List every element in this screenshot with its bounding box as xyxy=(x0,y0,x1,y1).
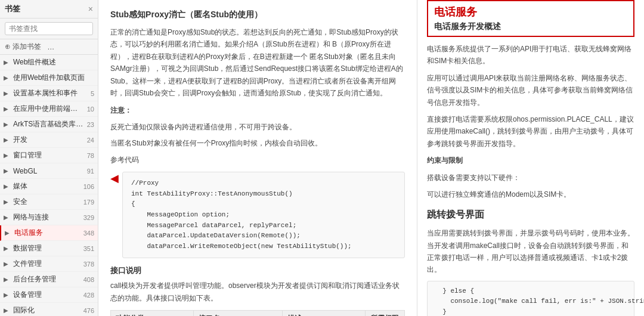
sidebar-item-label: 开发 xyxy=(13,135,85,145)
sidebar-item-label: 文件管理 xyxy=(13,259,81,269)
main-content: Stub感知Proxy消亡（匿名Stub的使用） 正常的消亡通知是Proxy感知… xyxy=(98,0,644,316)
sidebar-item-label: 设置基本属性和事件 xyxy=(13,88,88,98)
sidebar-item-task-mgmt[interactable]: ▶后台任务管理408 xyxy=(0,272,98,287)
sidebar-item-icon: ▶ xyxy=(4,59,11,66)
sidebar-item-count: 428 xyxy=(83,292,94,299)
sidebar-item-count: 91 xyxy=(87,168,94,175)
right-code-block: } else { console.log("make call fail, er… xyxy=(427,281,634,316)
right-intro3: 直接拨打电话需要系统权限ohos.permission.PLACE_CALL，建… xyxy=(427,113,634,150)
sidebar-item-count: 10 xyxy=(87,106,94,113)
page-main-title: 电话服务 xyxy=(434,5,627,19)
sidebar-header: 书签 × xyxy=(0,0,98,18)
sidebar-item-icon: ▶ xyxy=(4,276,11,283)
sidebar-item-network[interactable]: ▶网络与连接329 xyxy=(0,210,98,225)
ref-label: 参考代码 xyxy=(110,154,405,166)
sidebar-item-label: 安全 xyxy=(13,197,81,207)
sidebar-item-data-mgmt[interactable]: ▶数据管理351 xyxy=(0,241,98,256)
sidebar-item-label: 使用Web组件加载页面 xyxy=(13,73,94,83)
sidebar-item-count: 476 xyxy=(83,307,94,314)
sidebar-item-label: 电话服务 xyxy=(14,228,81,238)
sidebar-item-icon: ▶ xyxy=(4,307,11,314)
sidebar-search-area xyxy=(0,18,98,39)
sidebar-item-web-overview[interactable]: ▶Web组件概述 xyxy=(0,55,98,70)
sidebar-item-i18n[interactable]: ▶国际化476 xyxy=(0,303,98,316)
sidebar-item-device-mgmt[interactable]: ▶设备管理428 xyxy=(0,287,98,303)
sidebar-item-count: 329 xyxy=(83,214,94,221)
sidebar-item-js-inapp[interactable]: ▶在应用中使用前端页面JavaSc ript10 xyxy=(0,101,98,117)
sidebar-item-label: 在应用中使用前端页面JavaSc ript xyxy=(13,104,85,114)
jump-section-title: 跳转拨号界面 xyxy=(427,209,634,224)
sidebar-item-label: 后台任务管理 xyxy=(13,274,81,284)
sidebar-item-media[interactable]: ▶媒体106 xyxy=(0,179,98,194)
sidebar-item-label: ArkTS语言基础类库概述 xyxy=(13,119,85,129)
sidebar-item-icon: ▶ xyxy=(4,106,11,112)
sidebar-item-icon: ▶ xyxy=(4,75,11,81)
sidebar-item-webgl[interactable]: ▶WebGL91 xyxy=(0,163,98,179)
sidebar-item-count: 351 xyxy=(83,245,94,252)
jump-desc1: 当应用需要跳转到拨号界面，并显示拨号码号码时，使用本业务。当开发者调用makeC… xyxy=(427,227,634,276)
note-label-text: 注意： xyxy=(110,106,132,114)
sidebar: 书签 × ⊕ 添加书签 … ▶Web组件概述▶使用Web组件加载页面▶设置基本属… xyxy=(0,0,98,316)
sidebar-item-file-mgmt[interactable]: ▶文件管理378 xyxy=(0,256,98,272)
sidebar-item-label: 设备管理 xyxy=(13,290,81,300)
note-label: 注意： xyxy=(110,105,405,116)
sidebar-item-icon: ▶ xyxy=(4,152,11,159)
sidebar-item-count: 106 xyxy=(83,183,94,190)
sidebar-item-icon: ▶ xyxy=(4,214,11,221)
constraint-detail: 可以进行独立蜂窝通信的Modem以及SIM卡。 xyxy=(427,188,634,200)
sidebar-list: ▶Web组件概述▶使用Web组件加载页面▶设置基本属性和事件5▶在应用中使用前端… xyxy=(0,55,98,316)
sidebar-item-window[interactable]: ▶窗口管理78 xyxy=(0,148,98,163)
add-bookmark-button[interactable]: ⊕ 添加书签 xyxy=(5,42,41,52)
sidebar-item-count: 24 xyxy=(87,137,94,144)
sidebar-item-label: 媒体 xyxy=(13,181,81,191)
sidebar-item-count: 408 xyxy=(83,276,94,283)
sidebar-item-icon: ▶ xyxy=(4,90,11,97)
sidebar-actions: ⊕ 添加书签 … xyxy=(0,39,98,55)
sidebar-item-label: 国际化 xyxy=(13,305,81,315)
note1-text: 反死亡通知仅限设备内跨进程通信使用，不可用于跨设备。 xyxy=(110,122,405,133)
sidebar-item-icon: ▶ xyxy=(4,183,11,190)
sidebar-close-button[interactable]: × xyxy=(88,4,93,14)
sidebar-item-icon: ▶ xyxy=(4,168,11,174)
code-arrow-area: ◀ //Proxy int TestAbilityProxy::TestAnon… xyxy=(110,172,405,258)
sidebar-item-label: Web组件概述 xyxy=(13,57,94,67)
content-left-panel: Stub感知Proxy消亡（匿名Stub的使用） 正常的消亡通知是Proxy感知… xyxy=(98,0,417,316)
sidebar-item-icon: ▶ xyxy=(4,261,11,267)
sidebar-item-count: 179 xyxy=(83,199,94,206)
api-table: 功能分类 接口名 描述 所需权限 能力获取call.hasVoiceCapabi… xyxy=(110,310,405,316)
sidebar-item-phone[interactable]: ▶电话服务348 xyxy=(0,225,98,241)
stub-para1: 正常的消亡通知是Proxy感知Stub的状态。若想达到反向的死亡通知，即Stub… xyxy=(110,26,405,99)
sidebar-item-icon: ▶ xyxy=(4,292,11,298)
note2-text: 当匿名Stub对象没有被任何一个Proxy指向时候，内核会自动回收。 xyxy=(110,138,405,149)
sidebar-item-count: 23 xyxy=(87,121,94,128)
sidebar-item-count: 78 xyxy=(87,152,94,159)
sidebar-item-icon: ▶ xyxy=(5,230,12,236)
sidebar-item-ark-ts[interactable]: ▶ArkTS语言基础类库概述23 xyxy=(0,117,98,132)
right-intro1: 电话服务系统提供了一系列的API用于打电话、获取无线蜂窝网络和SIM卡相关信息。 xyxy=(427,43,634,67)
page-title-box: 电话服务 电话服务开发概述 xyxy=(427,0,634,37)
sidebar-item-label: 窗口管理 xyxy=(13,150,85,160)
table-header-category: 功能分类 xyxy=(111,311,194,316)
right-intro2: 应用可以通过调用API来获取当前注册网络名称、网络服务状态、信号强度以及SIM卡… xyxy=(427,72,634,109)
code-block: //Proxy int TestAbilityProxy::TestAnonym… xyxy=(122,172,405,258)
constraint-title: 约束与限制 xyxy=(427,154,634,166)
api-section-title: 接口说明 xyxy=(110,265,405,276)
page-subtitle: 电话服务开发概述 xyxy=(434,21,627,32)
api-desc-text: call模块为开发者提供呼叫管理功能。observer模块为开发者提供订阅和取消… xyxy=(110,280,405,304)
sidebar-item-security[interactable]: ▶安全179 xyxy=(0,194,98,210)
sidebar-item-count: 378 xyxy=(83,261,94,268)
table-header-api: 接口名 xyxy=(193,311,283,316)
sidebar-item-icon: ▶ xyxy=(4,245,11,252)
sidebar-search-input[interactable] xyxy=(5,22,93,35)
sidebar-item-count: 348 xyxy=(83,230,94,237)
sidebar-item-icon: ▶ xyxy=(4,199,11,205)
sidebar-item-config-basic[interactable]: ▶设置基本属性和事件5 xyxy=(0,86,98,101)
red-arrow-icon: ◀ xyxy=(110,172,119,185)
sidebar-item-label: 数据管理 xyxy=(13,243,81,253)
sidebar-item-dev[interactable]: ▶开发24 xyxy=(0,132,98,148)
table-header-permission: 所需权限 xyxy=(366,311,405,316)
constraint-text: 搭载设备需要支持以下硬件： xyxy=(427,172,634,184)
table-header-desc: 描述 xyxy=(283,311,366,316)
more-options-button[interactable]: … xyxy=(47,43,54,51)
sidebar-item-web-load[interactable]: ▶使用Web组件加载页面 xyxy=(0,70,98,86)
